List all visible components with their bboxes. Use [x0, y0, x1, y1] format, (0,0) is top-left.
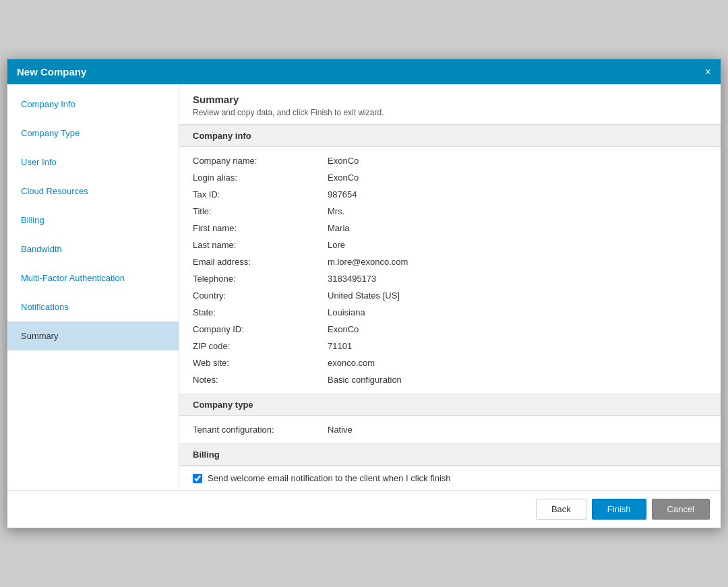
field-label: Country: — [193, 290, 328, 301]
sidebar-item-bandwidth[interactable]: Bandwidth — [7, 235, 179, 264]
close-button[interactable]: × — [705, 67, 711, 78]
new-company-dialog: New Company × Company InfoCompany TypeUs… — [7, 59, 721, 528]
field-label: State: — [193, 307, 328, 317]
field-label: Tax ID: — [193, 189, 328, 199]
field-label: ZIP code: — [193, 341, 328, 351]
info-table: Company name:ExonCoLogin alias:ExonCoTax… — [179, 147, 721, 394]
field-label: First name: — [193, 223, 328, 233]
section-header-company-type: Company type — [179, 394, 721, 416]
welcome-bar: Send welcome email notification to the c… — [179, 466, 721, 490]
sidebar-item-user-info[interactable]: User Info — [7, 148, 179, 177]
info-row: Tenant configuration:Native — [193, 421, 707, 438]
info-row: Company name:ExonCo — [193, 152, 707, 169]
sidebar-item-notifications[interactable]: Notifications — [7, 292, 179, 321]
info-row: Login alias:ExonCo — [193, 169, 707, 186]
field-value: Lore — [328, 240, 345, 250]
section-header-billing: Billing — [179, 443, 721, 466]
dialog-header: New Company × — [7, 59, 721, 84]
info-row: Web site:exonco.com — [193, 354, 707, 371]
field-label: Tenant configuration: — [193, 425, 328, 435]
summary-header: Summary Review and copy data, and click … — [179, 84, 721, 125]
field-label: Company name: — [193, 156, 328, 166]
info-row: State:Louisiana — [193, 304, 707, 321]
field-value: Mrs. — [328, 206, 344, 216]
main-content: Summary Review and copy data, and click … — [179, 84, 721, 490]
field-value: m.lore@exonco.com — [328, 257, 408, 267]
sidebar-item-company-type[interactable]: Company Type — [7, 119, 179, 148]
info-row: Last name:Lore — [193, 237, 707, 253]
back-button[interactable]: Back — [536, 499, 586, 520]
sidebar: Company InfoCompany TypeUser InfoCloud R… — [7, 84, 179, 490]
welcome-email-checkbox[interactable] — [193, 474, 202, 483]
field-label: Last name: — [193, 240, 328, 250]
field-value: Maria — [328, 223, 350, 233]
info-row: First name:Maria — [193, 220, 707, 237]
sidebar-item-company-info[interactable]: Company Info — [7, 90, 179, 119]
field-label: Web site: — [193, 358, 328, 368]
field-value: Basic configuration — [328, 375, 402, 385]
field-value: Native — [328, 425, 353, 435]
info-row: Country:United States [US] — [193, 287, 707, 304]
field-value: ExonCo — [328, 156, 359, 166]
info-row: Title:Mrs. — [193, 203, 707, 220]
field-value: exonco.com — [328, 358, 375, 368]
sidebar-item-billing[interactable]: Billing — [7, 206, 179, 235]
field-label: Notes: — [193, 375, 328, 385]
dialog-body: Company InfoCompany TypeUser InfoCloud R… — [7, 84, 721, 490]
info-row: Company ID:ExonCo — [193, 321, 707, 338]
sidebar-item-summary[interactable]: Summary — [7, 321, 179, 350]
cancel-button[interactable]: Cancel — [652, 499, 710, 520]
dialog-title: New Company — [17, 66, 86, 78]
info-row: ZIP code:71101 — [193, 338, 707, 354]
field-value: United States [US] — [328, 290, 400, 301]
field-value: 987654 — [328, 189, 357, 199]
info-row: Notes:Basic configuration — [193, 371, 707, 388]
field-label: Login alias: — [193, 173, 328, 183]
sidebar-item-cloud-resources[interactable]: Cloud Resources — [7, 177, 179, 206]
field-value: ExonCo — [328, 173, 359, 183]
sidebar-item-multi-factor[interactable]: Multi-Factor Authentication — [7, 264, 179, 292]
field-value: 3183495173 — [328, 274, 376, 284]
section-header-company-info: Company info — [179, 125, 721, 147]
summary-description: Review and copy data, and click Finish t… — [193, 108, 707, 117]
field-label: Company ID: — [193, 324, 328, 334]
field-value: 71101 — [328, 341, 352, 351]
field-label: Telephone: — [193, 274, 328, 284]
field-label: Email address: — [193, 257, 328, 267]
welcome-email-label: Send welcome email notification to the c… — [208, 473, 451, 483]
summary-scroll[interactable]: Company infoCompany name:ExonCoLogin ali… — [179, 125, 721, 466]
field-label: Title: — [193, 206, 328, 216]
field-value: ExonCo — [328, 324, 359, 334]
info-row: Tax ID:987654 — [193, 186, 707, 203]
summary-title: Summary — [193, 94, 707, 105]
info-table: Tenant configuration:Native — [179, 416, 721, 443]
finish-button[interactable]: Finish — [592, 499, 646, 520]
dialog-footer: Back Finish Cancel — [7, 490, 721, 528]
field-value: Louisiana — [328, 307, 365, 317]
info-row: Email address:m.lore@exonco.com — [193, 253, 707, 270]
info-row: Telephone:3183495173 — [193, 270, 707, 287]
